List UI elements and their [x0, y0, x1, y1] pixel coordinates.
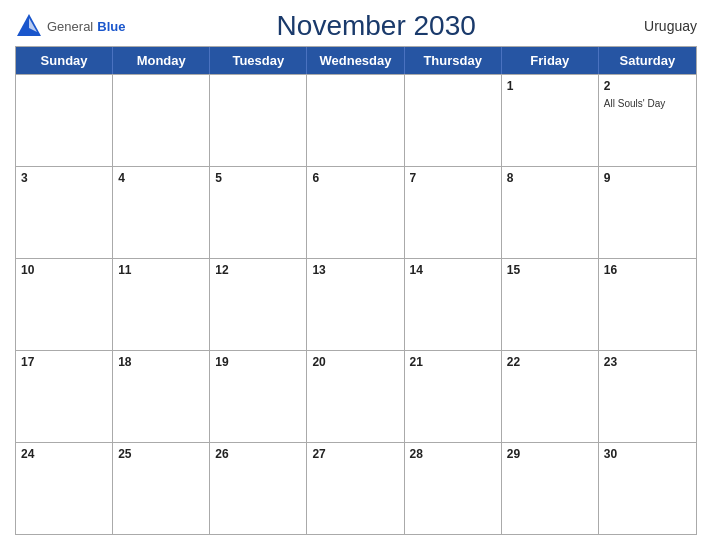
calendar-cell [307, 75, 404, 166]
logo-blue: Blue [97, 19, 125, 34]
calendar-cell: 8 [502, 167, 599, 258]
cell-date: 25 [118, 446, 204, 463]
cell-date: 13 [312, 262, 398, 279]
cell-date: 18 [118, 354, 204, 371]
cell-date: 14 [410, 262, 496, 279]
calendar-cell: 30 [599, 443, 696, 534]
calendar-cell: 12 [210, 259, 307, 350]
calendar-cell: 5 [210, 167, 307, 258]
calendar-cell: 25 [113, 443, 210, 534]
cell-date: 8 [507, 170, 593, 187]
calendar-cell: 2All Souls' Day [599, 75, 696, 166]
day-headers: Sunday Monday Tuesday Wednesday Thursday… [16, 47, 696, 74]
calendar-row: 3456789 [16, 166, 696, 258]
calendar-cell: 28 [405, 443, 502, 534]
calendar-cell [16, 75, 113, 166]
cell-date: 5 [215, 170, 301, 187]
cell-date: 10 [21, 262, 107, 279]
cell-date: 20 [312, 354, 398, 371]
cell-date: 16 [604, 262, 691, 279]
calendar-cell: 19 [210, 351, 307, 442]
cell-date: 19 [215, 354, 301, 371]
calendar: Sunday Monday Tuesday Wednesday Thursday… [15, 46, 697, 535]
calendar-cell: 27 [307, 443, 404, 534]
month-title: November 2030 [125, 10, 627, 42]
calendar-cell: 9 [599, 167, 696, 258]
logo-general: General [47, 19, 93, 34]
cell-date: 9 [604, 170, 691, 187]
calendar-row: 17181920212223 [16, 350, 696, 442]
header-monday: Monday [113, 47, 210, 74]
calendar-cell: 7 [405, 167, 502, 258]
calendar-cell: 26 [210, 443, 307, 534]
calendar-cell: 13 [307, 259, 404, 350]
calendar-cell: 16 [599, 259, 696, 350]
calendar-cell: 17 [16, 351, 113, 442]
calendar-cell: 14 [405, 259, 502, 350]
calendar-cell: 6 [307, 167, 404, 258]
cell-date: 3 [21, 170, 107, 187]
cell-event: All Souls' Day [604, 97, 691, 110]
calendar-cell [405, 75, 502, 166]
cell-date: 27 [312, 446, 398, 463]
cell-date: 15 [507, 262, 593, 279]
calendar-cell: 22 [502, 351, 599, 442]
cell-date: 2 [604, 78, 691, 95]
calendar-cell: 20 [307, 351, 404, 442]
calendar-cell: 10 [16, 259, 113, 350]
calendar-cell: 24 [16, 443, 113, 534]
cell-date: 23 [604, 354, 691, 371]
cell-date: 28 [410, 446, 496, 463]
cell-date: 12 [215, 262, 301, 279]
calendar-cell: 11 [113, 259, 210, 350]
calendar-cell: 21 [405, 351, 502, 442]
page-header: General Blue November 2030 Uruguay [15, 10, 697, 42]
cell-date: 7 [410, 170, 496, 187]
cell-date: 26 [215, 446, 301, 463]
calendar-row: 12All Souls' Day [16, 74, 696, 166]
cell-date: 1 [507, 78, 593, 95]
calendar-cell: 3 [16, 167, 113, 258]
calendar-cell: 29 [502, 443, 599, 534]
calendar-cell: 18 [113, 351, 210, 442]
calendar-row: 10111213141516 [16, 258, 696, 350]
country-label: Uruguay [627, 18, 697, 34]
calendar-body: 12All Souls' Day345678910111213141516171… [16, 74, 696, 534]
cell-date: 6 [312, 170, 398, 187]
logo-icon [15, 12, 43, 40]
calendar-cell: 15 [502, 259, 599, 350]
cell-date: 30 [604, 446, 691, 463]
calendar-cell: 23 [599, 351, 696, 442]
calendar-cell [113, 75, 210, 166]
cell-date: 17 [21, 354, 107, 371]
calendar-cell: 1 [502, 75, 599, 166]
cell-date: 29 [507, 446, 593, 463]
cell-date: 11 [118, 262, 204, 279]
calendar-row: 24252627282930 [16, 442, 696, 534]
header-thursday: Thursday [405, 47, 502, 74]
header-saturday: Saturday [599, 47, 696, 74]
cell-date: 21 [410, 354, 496, 371]
cell-date: 24 [21, 446, 107, 463]
header-wednesday: Wednesday [307, 47, 404, 74]
logo: General Blue [15, 12, 125, 40]
cell-date: 4 [118, 170, 204, 187]
header-friday: Friday [502, 47, 599, 74]
calendar-cell [210, 75, 307, 166]
calendar-cell: 4 [113, 167, 210, 258]
header-sunday: Sunday [16, 47, 113, 74]
header-tuesday: Tuesday [210, 47, 307, 74]
cell-date: 22 [507, 354, 593, 371]
